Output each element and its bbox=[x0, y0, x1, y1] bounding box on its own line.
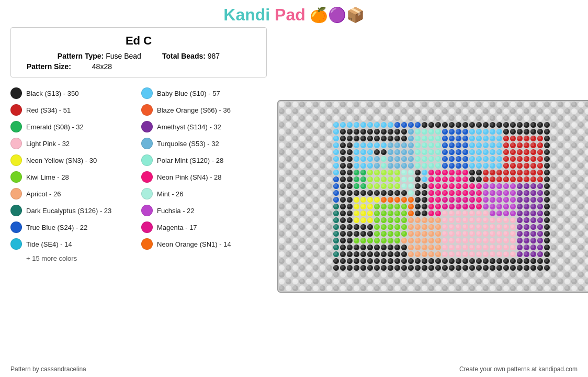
color-swatch bbox=[10, 154, 22, 166]
color-label: Amethyst (S134) - 32 bbox=[157, 123, 221, 131]
color-label: Kiwi Lime - 28 bbox=[26, 173, 69, 181]
color-item: Kiwi Lime - 28 bbox=[10, 170, 136, 184]
logo: Kandi Pad bbox=[223, 5, 305, 25]
color-swatch bbox=[10, 121, 22, 132]
color-label: Magenta - 17 bbox=[157, 224, 197, 231]
pattern-title: Ed C bbox=[21, 34, 256, 48]
pattern-total-label: Total Beads: bbox=[162, 52, 206, 60]
color-label: Neon Yellow (SN3) - 30 bbox=[26, 157, 97, 164]
left-panel: Ed C Pattern Type: Fuse Bead Total Beads… bbox=[10, 27, 267, 365]
color-item: Neon Pink (SN4) - 28 bbox=[141, 170, 267, 184]
color-item: Neon Orange (SN1) - 14 bbox=[141, 237, 267, 251]
color-item: Turquoise (S53) - 32 bbox=[141, 136, 267, 151]
logo-icon: 🍊🟣📦 bbox=[310, 6, 365, 24]
color-label: Fuchsia - 22 bbox=[157, 207, 195, 215]
pattern-total: Total Beads: 987 bbox=[162, 52, 220, 60]
color-item: Neon Yellow (SN3) - 30 bbox=[10, 153, 136, 168]
color-swatch bbox=[141, 171, 153, 183]
color-label: Baby Blue (S10) - 57 bbox=[157, 90, 220, 97]
color-label: Mint - 26 bbox=[157, 190, 184, 198]
more-colors: + 15 more colors bbox=[10, 251, 267, 262]
color-swatch bbox=[141, 138, 153, 149]
color-swatch bbox=[10, 138, 22, 149]
color-item: Polar Mint (S120) - 28 bbox=[141, 153, 267, 168]
color-label: Red (S34) - 51 bbox=[26, 106, 71, 114]
color-grid: Black (S13) - 350 Baby Blue (S10) - 57 R… bbox=[10, 86, 267, 251]
color-swatch bbox=[10, 205, 22, 216]
color-label: Apricot - 26 bbox=[26, 190, 61, 198]
pattern-total-value: 987 bbox=[208, 52, 220, 60]
color-swatch bbox=[10, 171, 22, 183]
color-swatch bbox=[141, 87, 153, 99]
color-swatch bbox=[10, 104, 22, 116]
color-label: Blaze Orange (S66) - 36 bbox=[157, 106, 231, 114]
right-panel bbox=[277, 27, 588, 365]
bead-canvas bbox=[278, 101, 588, 292]
footer-bar: Pattern by cassandracelina Create your o… bbox=[0, 365, 588, 373]
footer-right: Create your own patterns at kandipad.com bbox=[459, 365, 578, 373]
pattern-size-label: Pattern Size: bbox=[27, 62, 71, 71]
color-label: True Blue (S24) - 22 bbox=[26, 224, 87, 231]
pattern-size-row: Pattern Size: 48x28 bbox=[21, 62, 256, 71]
pattern-size-value: 48x28 bbox=[92, 62, 112, 71]
pattern-type: Pattern Type: Fuse Bead bbox=[58, 52, 141, 60]
color-item: Dark Eucalyptus (S126) - 23 bbox=[10, 203, 136, 218]
color-swatch bbox=[141, 205, 153, 216]
color-label: Tide (SE4) - 14 bbox=[26, 240, 72, 248]
pattern-info-box: Ed C Pattern Type: Fuse Bead Total Beads… bbox=[10, 27, 267, 77]
color-swatch bbox=[10, 188, 22, 199]
color-label: Turquoise (S53) - 32 bbox=[157, 140, 219, 148]
color-label: Black (S13) - 350 bbox=[26, 90, 78, 97]
color-swatch bbox=[141, 154, 153, 166]
header: Kandi Pad 🍊🟣📦 bbox=[0, 0, 588, 27]
color-swatch bbox=[141, 221, 153, 233]
color-item: Baby Blue (S10) - 57 bbox=[141, 86, 267, 101]
color-item: Blaze Orange (S66) - 36 bbox=[141, 103, 267, 117]
color-item: Red (S34) - 51 bbox=[10, 103, 136, 117]
color-item: Emerald (S08) - 32 bbox=[10, 119, 136, 134]
color-label: Emerald (S08) - 32 bbox=[26, 123, 84, 131]
color-swatch bbox=[141, 188, 153, 199]
color-swatch bbox=[10, 221, 22, 233]
color-item: Magenta - 17 bbox=[141, 220, 267, 235]
color-item: Light Pink - 32 bbox=[10, 136, 136, 151]
color-item: Amethyst (S134) - 32 bbox=[141, 119, 267, 134]
pattern-meta: Pattern Type: Fuse Bead Total Beads: 987 bbox=[21, 52, 256, 60]
color-item: Black (S13) - 350 bbox=[10, 86, 136, 101]
logo-pad: Pad bbox=[275, 5, 306, 24]
color-swatch bbox=[141, 238, 153, 250]
color-label: Dark Eucalyptus (S126) - 23 bbox=[26, 207, 111, 215]
footer-left: Pattern by cassandracelina bbox=[10, 365, 86, 373]
color-label: Light Pink - 32 bbox=[26, 140, 70, 148]
color-label: Polar Mint (S120) - 28 bbox=[157, 157, 223, 164]
color-item: True Blue (S24) - 22 bbox=[10, 220, 136, 235]
color-swatch bbox=[141, 121, 153, 132]
color-item: Apricot - 26 bbox=[10, 186, 136, 201]
pattern-type-value: Fuse Bead bbox=[106, 52, 141, 60]
color-swatch bbox=[141, 104, 153, 116]
color-item: Mint - 26 bbox=[141, 186, 267, 201]
color-item: Tide (SE4) - 14 bbox=[10, 237, 136, 251]
color-item: Fuchsia - 22 bbox=[141, 203, 267, 218]
logo-kandi: Kandi bbox=[223, 5, 270, 24]
main-content: Ed C Pattern Type: Fuse Bead Total Beads… bbox=[0, 27, 588, 365]
color-swatch bbox=[10, 87, 22, 99]
bead-canvas-wrapper bbox=[277, 100, 588, 293]
color-label: Neon Orange (SN1) - 14 bbox=[157, 240, 231, 248]
color-swatch bbox=[10, 238, 22, 250]
pattern-type-label: Pattern Type: bbox=[58, 52, 104, 60]
color-label: Neon Pink (SN4) - 28 bbox=[157, 173, 222, 181]
